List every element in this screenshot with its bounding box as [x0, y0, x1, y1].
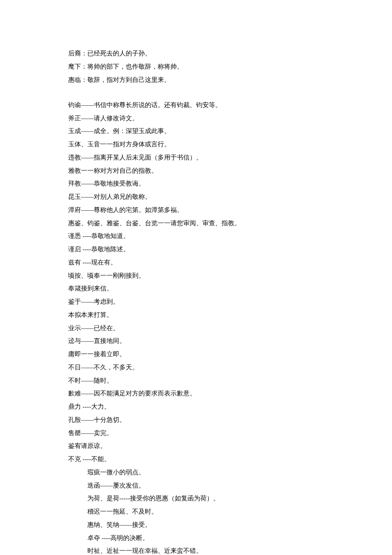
text-line: 为荷、是荷-----接受你的恩惠（如复函为荷）。: [68, 492, 358, 505]
text-line: 本拟本来打算。: [68, 308, 358, 322]
text-line: 昆玉——对别人弟兄的敬称。: [68, 190, 358, 203]
document-page: 后裔：已经死去的人的子孙。麾下：将帅的部下，也作敬辞，称将帅。惠临：敬辞，指对方…: [0, 0, 392, 555]
text-line: 钧谕——书信中称尊长所说的话。还有钧裁、钧安等。: [68, 99, 358, 112]
text-line: 玉体、玉音一一指对方身体或言行。: [68, 138, 358, 151]
text-line: 后裔：已经死去的人的子孙。: [68, 47, 358, 60]
text-line: 潭府——尊称他人的宅第。如潭第多福。: [68, 203, 358, 217]
text-line: 售罄——卖完。: [68, 427, 358, 440]
blank-line: [68, 86, 358, 99]
text-line: 业示——已经在。: [68, 322, 358, 335]
text-line: 不克 ----不能。: [68, 453, 358, 466]
text-line: 瑕疵一微小的弱点。: [68, 466, 358, 479]
text-line: 惠鉴、钧鉴、雅鉴、台鉴、台览一一请您审阅、审查、指教。: [68, 217, 358, 230]
text-line: 迭函——屡次发信。: [68, 479, 358, 492]
text-line: 时祉、近祉一一现在幸福、近来蛮不错。: [68, 544, 358, 555]
text-line: 稽迟一一拖延、不及时。: [68, 505, 358, 518]
text-line: 斧正——请人修改诗文。: [68, 112, 358, 125]
text-line: 违教——指离开某人后未见面（多用于书信）。: [68, 151, 358, 164]
text-line: 鼎力 ----大力。: [68, 400, 358, 413]
text-line: 不日——不久，不多天。: [68, 361, 358, 374]
text-line: 歉难——因不能满足对方的要求而表示歉意。: [68, 387, 358, 400]
text-line: 卓夺 ----高明的决断。: [68, 532, 358, 545]
text-line: 谨悉 ----恭敬地知道。: [68, 230, 358, 243]
text-line: 庸即一一接着立即。: [68, 348, 358, 361]
text-line: 鉴于——考虑到。: [68, 295, 358, 308]
text-line: 玉成——成全。例：深望玉成此事。: [68, 125, 358, 138]
text-line: 鉴宥请原谅。: [68, 439, 358, 453]
text-line: 拜教——恭敬地接受教诲。: [68, 177, 358, 190]
text-line: 谨启 ----恭敬地陈述。: [68, 243, 358, 256]
text-line: 麾下：将帅的部下，也作敬辞，称将帅。: [68, 60, 358, 73]
text-line: 不时——随时。: [68, 374, 358, 387]
text-line: 孔殷——十分急切。: [68, 413, 358, 427]
text-line: 顷按、顷奉一一刚刚接到。: [68, 269, 358, 282]
text-line: 雅教一一称对方对自己的指教。: [68, 164, 358, 177]
text-line: 迳与——直接地同。: [68, 334, 358, 348]
text-line: 惠临：敬辞，指对方到自己这里来。: [68, 73, 358, 87]
text-line: 惠纳、笑纳——接受。: [68, 518, 358, 532]
text-line: 奉箴接到来信。: [68, 282, 358, 295]
text-line: 兹有 ----现在有。: [68, 256, 358, 269]
